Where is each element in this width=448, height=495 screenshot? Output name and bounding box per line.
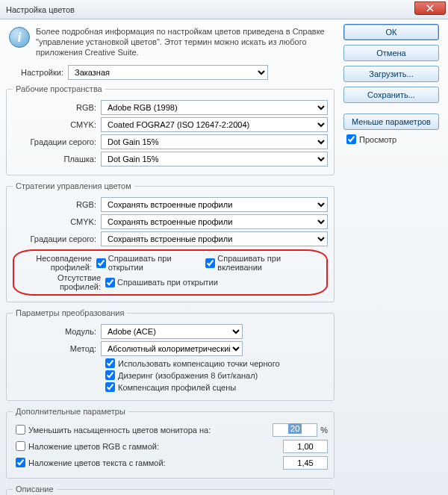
mismatch-paste-text: Спрашивать при вклеивании	[217, 254, 314, 272]
mismatch-label: Несовпадение профилей:	[17, 254, 96, 272]
blend-text-checkbox[interactable]	[16, 458, 25, 467]
desat-input[interactable]: 20	[273, 423, 317, 437]
cancel-button[interactable]: Отмена	[343, 45, 439, 61]
policies-rgb-select[interactable]: Сохранять встроенные профили	[101, 197, 328, 212]
scene-checkbox[interactable]	[105, 382, 115, 392]
fewer-options-button[interactable]: Меньше параметров	[343, 113, 439, 130]
pol-cmyk-label: CMYK:	[13, 217, 101, 226]
mismatch-paste-checkbox[interactable]	[205, 258, 215, 268]
desat-unit: %	[320, 426, 328, 435]
gray-label: Градации серого:	[13, 137, 101, 146]
mismatch-open-checkbox[interactable]	[96, 258, 106, 268]
load-button[interactable]: Загрузить...	[343, 66, 439, 82]
settings-label: Настройки:	[21, 68, 63, 77]
advanced-group: Дополнительные параметры Уменьшить насыщ…	[6, 407, 335, 479]
missing-open-check[interactable]: Спрашивать при открытии	[105, 278, 218, 287]
description-legend: Описание	[13, 485, 57, 494]
pol-gray-label: Градации серого:	[13, 234, 101, 243]
workspace-spot-select[interactable]: Dot Gain 15%	[101, 152, 328, 166]
workspace-cmyk-select[interactable]: Coated FOGRA27 (ISO 12647-2:2004)	[101, 117, 328, 132]
policies-group: Стратегии управления цветом RGB: Сохраня…	[6, 181, 335, 302]
settings-select[interactable]: Заказная	[68, 65, 268, 80]
desat-label: Уменьшить насыщенность цветов монитора н…	[28, 426, 268, 435]
mismatch-open-check[interactable]: Спрашивать при открытии	[96, 254, 196, 272]
conversion-legend: Параметры преобразования	[13, 308, 127, 317]
missing-open-text: Спрашивать при открытии	[117, 278, 218, 287]
spot-label: Плашка:	[13, 155, 101, 164]
profile-highlight: Несовпадение профилей: Спрашивать при от…	[13, 249, 328, 296]
ok-button[interactable]: ОК	[343, 24, 439, 40]
save-button[interactable]: Сохранить...	[343, 87, 439, 103]
blend-rgb-checkbox[interactable]	[16, 441, 25, 451]
rgb-label: RGB:	[13, 103, 101, 112]
cmyk-label: CMYK:	[13, 120, 101, 129]
bpc-label: Использовать компенсацию точки черного	[118, 359, 280, 368]
conversion-group: Параметры преобразования Модуль: Adobe (…	[6, 308, 335, 401]
blend-text-input[interactable]	[283, 456, 328, 470]
mismatch-paste-check[interactable]: Спрашивать при вклеивании	[205, 254, 314, 272]
dither-checkbox[interactable]	[105, 370, 115, 380]
advanced-legend: Дополнительные параметры	[13, 407, 128, 416]
info-icon: i	[9, 27, 30, 48]
engine-label: Модуль:	[13, 327, 101, 336]
description-group: Описание	[6, 485, 335, 495]
blend-text-label: Наложение цветов текста с гаммой:	[28, 458, 279, 467]
pol-rgb-label: RGB:	[13, 200, 101, 209]
intent-label: Метод:	[13, 344, 101, 353]
bpc-checkbox[interactable]	[105, 358, 115, 368]
policies-cmyk-select[interactable]: Сохранять встроенные профили	[101, 214, 328, 229]
blend-rgb-label: Наложение цветов RGB с гаммой:	[28, 442, 279, 451]
blend-rgb-input[interactable]	[283, 440, 328, 453]
intent-select[interactable]: Абсолютный колориметрический	[101, 341, 243, 356]
missing-label: Отсутствие профилей:	[17, 273, 105, 291]
dither-label: Дизеринг (изображения 8 бит/канал)	[118, 371, 258, 380]
workspace-gray-select[interactable]: Dot Gain 15%	[101, 134, 328, 149]
policies-gray-select[interactable]: Сохранять встроенные профили	[101, 231, 328, 246]
workspace-legend: Рабочие пространства	[13, 84, 105, 93]
workspace-group: Рабочие пространства RGB: Adobe RGB (199…	[6, 84, 335, 175]
titlebar: Настройка цветов	[0, 0, 448, 19]
close-icon	[426, 4, 434, 12]
workspace-rgb-select[interactable]: Adobe RGB (1998)	[101, 100, 328, 115]
preview-checkbox[interactable]	[346, 134, 356, 144]
desat-checkbox[interactable]	[16, 425, 25, 435]
engine-select[interactable]: Adobe (ACE)	[101, 324, 243, 339]
missing-open-checkbox[interactable]	[105, 278, 115, 287]
info-text: Более подробная информация по настройкам…	[36, 27, 332, 57]
mismatch-open-text: Спрашивать при открытии	[108, 254, 196, 272]
policies-legend: Стратегии управления цветом	[13, 181, 134, 190]
close-button[interactable]	[414, 1, 446, 15]
scene-label: Компенсация профилей сцены	[118, 383, 236, 392]
preview-label: Просмотр	[359, 135, 396, 144]
window-title: Настройка цветов	[6, 5, 75, 14]
